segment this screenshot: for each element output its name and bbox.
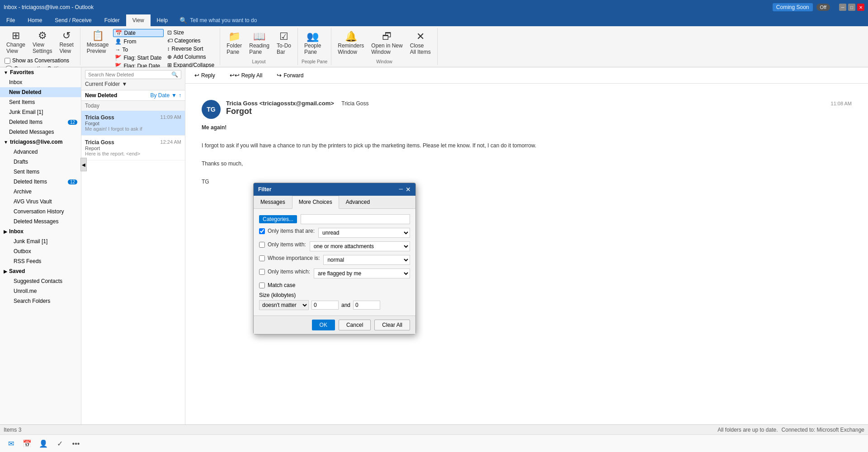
size-dropdown[interactable]: doesn't matter is less than is greater t… [259,300,309,310]
size-to-input[interactable] [353,301,380,310]
whose-importance-checkbox[interactable] [259,255,265,261]
inbox-header[interactable]: ▶ Inbox [0,226,81,236]
show-conversations-input[interactable] [5,58,10,64]
reset-view-btn[interactable]: ↺ ResetView [57,29,76,56]
nav-more[interactable]: ••• [69,437,83,451]
sidebar-item-unroll-me[interactable]: Unroll.me [0,286,81,296]
tab-file[interactable]: File [0,14,21,26]
reply-all-btn[interactable]: ↩↩ Reply All [226,70,266,80]
sidebar-item-rss[interactable]: RSS Feeds [0,256,81,266]
tab-view[interactable]: View [126,14,151,26]
to-btn[interactable]: → To [113,46,163,53]
only-items-with-checkbox[interactable] [259,242,265,248]
sidebar-item-archive[interactable]: Archive [0,187,81,197]
maximize-btn[interactable]: □ [848,4,855,11]
whose-importance-select[interactable]: normal high low [323,255,410,265]
reading-pane-btn[interactable]: 📖 ReadingPane [246,30,272,57]
flag-start-btn[interactable]: 🚩 Flag: Start Date [113,54,163,61]
forward-btn[interactable]: ↪ Forward [273,70,307,80]
sidebar-item-junk-fav[interactable]: Junk Email [1] [0,107,81,117]
close-all-items-label: CloseAll Items [410,42,431,55]
people-pane-btn[interactable]: 👥 PeoplePane [302,30,324,57]
account-header[interactable]: ▼ triciagoss@live.com [0,137,81,147]
ok-button[interactable]: OK [312,320,335,330]
sidebar-item-deleted-items-fav[interactable]: Deleted Items 12 [0,117,81,127]
search-input[interactable] [88,72,171,77]
nav-tasks[interactable]: ✓ [52,437,67,451]
tab-help[interactable]: Help [151,14,175,26]
to-do-bar-btn[interactable]: ☑ To-DoBar [274,30,294,57]
filter-minimize-btn[interactable]: ─ [399,186,403,193]
email-action-bar: ↩ Reply ↩↩ Reply All ↪ Forward [185,67,868,84]
from-btn[interactable]: 👤 From [113,38,163,45]
sidebar-item-new-deleted[interactable]: New Deleted [0,87,81,97]
sidebar-item-deleted-messages-fav[interactable]: Deleted Messages [0,127,81,137]
nav-mail[interactable]: ✉ [4,437,18,451]
sidebar-item-suggested-contacts[interactable]: Suggested Contacts [0,276,81,286]
message-preview-btn[interactable]: 📋 MessagePreview [84,29,112,56]
sidebar-item-deleted-messages[interactable]: Deleted Messages [0,217,81,226]
only-items-that-are-select[interactable]: unread read flagged [318,228,410,238]
size-and-label: and [341,302,350,308]
reply-icon: ↩ [194,72,199,79]
tab-folder[interactable]: Folder [98,14,126,26]
filter-tab-more-choices[interactable]: More Choices [292,196,339,209]
nav-people[interactable]: 👤 [36,437,51,451]
cancel-button[interactable]: Cancel [339,320,371,330]
sidebar-item-conversation-history[interactable]: Conversation History [0,207,81,217]
sidebar-item-deleted-items[interactable]: Deleted Items 12 [0,177,81,187]
filter-tab-advanced[interactable]: Advanced [339,196,377,208]
size-btn[interactable]: ⊡ Size [165,29,217,36]
saved-header[interactable]: ▶ Saved [0,266,81,276]
tab-home[interactable]: Home [21,14,48,26]
minimize-btn[interactable]: ─ [839,4,846,11]
sidebar-item-sent-items-fav[interactable]: Sent Items [0,97,81,107]
match-case-checkbox[interactable] [259,282,265,288]
size-from-input[interactable] [311,301,339,310]
add-columns-btn[interactable]: ⊕ Add Columns [165,53,217,61]
filter-close-btn[interactable]: ✕ [406,186,411,193]
sidebar-item-inbox[interactable]: Inbox [0,77,81,87]
sidebar-collapse-btn[interactable]: ◀ [80,158,87,171]
reply-btn[interactable]: ↩ Reply [191,70,219,80]
show-conversations-checkbox[interactable]: Show as Conversations [4,57,70,64]
close-btn[interactable]: ✕ [857,4,864,11]
categories-input[interactable] [301,214,410,224]
open-new-window-btn[interactable]: 🗗 Open in NewWindow [368,30,405,57]
sidebar-item-junk[interactable]: Junk Email [1] [0,236,81,246]
only-items-which-select[interactable]: are flagged by me are not flagged [314,268,410,278]
whose-importance-text: Whose importance is: [268,255,320,261]
reverse-sort-btn[interactable]: ↕ Reverse Sort [165,45,217,52]
sidebar-item-sent-items[interactable]: Sent Items [0,167,81,177]
folder-pane-btn[interactable]: 📁 FolderPane [224,30,245,57]
sidebar-item-search-folders[interactable]: Search Folders [0,296,81,306]
sidebar-item-avg[interactable]: AVG Virus Vault [0,197,81,207]
only-items-which-checkbox[interactable] [259,269,265,275]
forward-label: Forward [283,72,303,79]
close-all-items-btn[interactable]: ✕ CloseAll Items [407,30,434,57]
toggle-btn[interactable]: Off [816,4,830,11]
email-item-1[interactable]: Tricia Goss 12:24 AM Report Here is the … [81,136,185,160]
sidebar-item-advanced[interactable]: Advanced [0,147,81,157]
only-items-with-select[interactable]: one or more attachments no attachments [310,241,410,251]
filter-dialog-controls: ─ ✕ [399,186,411,193]
clear-all-button[interactable]: Clear All [374,320,410,330]
folder-selector[interactable]: Current Folder ▼ [85,81,181,87]
only-items-that-are-checkbox[interactable] [259,228,265,234]
view-settings-btn[interactable]: ⚙ ViewSettings [30,29,55,56]
email-item-0[interactable]: Tricia Goss 11:09 AM Forgot Me again! I … [81,111,185,136]
favorites-header[interactable]: ▼ Favorites [0,67,81,77]
reminders-btn[interactable]: 🔔 RemindersWindow [335,30,367,57]
change-view-btn[interactable]: ⊞ ChangeView [4,29,28,56]
sidebar-item-outbox[interactable]: Outbox [0,246,81,256]
categories-button[interactable]: Categories... [259,215,297,223]
search-icon[interactable]: 🔍 [171,71,178,78]
nav-calendar[interactable]: 📅 [20,437,34,451]
tab-send-receive[interactable]: Send / Receive [48,14,98,26]
tell-me-text[interactable]: Tell me what you want to do [190,17,257,24]
date-btn[interactable]: 📅 Date [113,29,163,37]
filter-tab-messages[interactable]: Messages [254,196,292,208]
categories-btn[interactable]: 🏷 Categories [165,37,217,44]
sidebar-item-drafts[interactable]: Drafts [0,157,81,167]
sort-controls[interactable]: By Date ▼ ↑ [150,92,181,99]
